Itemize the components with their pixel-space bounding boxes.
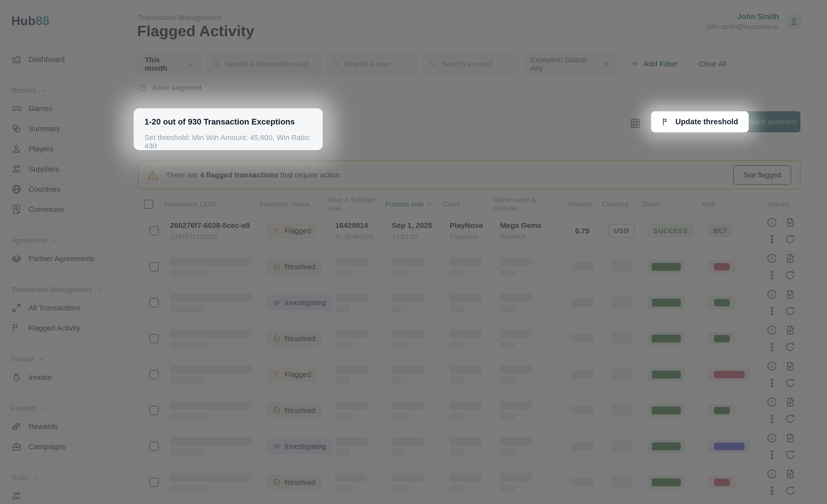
results-summary-card: 1-20 out of 930 Transaction Exceptions S… xyxy=(134,108,323,150)
results-summary: 1-20 out of 930 Transaction Exceptions xyxy=(144,117,312,127)
tour-dim-overlay xyxy=(0,0,827,504)
update-threshold-label: Update threshold xyxy=(675,117,738,126)
flag-icon xyxy=(662,118,670,126)
update-threshold-button[interactable]: Update threshold xyxy=(651,111,749,133)
threshold-info: Set threshold: Min Win Amount: 45,600, W… xyxy=(144,134,312,150)
